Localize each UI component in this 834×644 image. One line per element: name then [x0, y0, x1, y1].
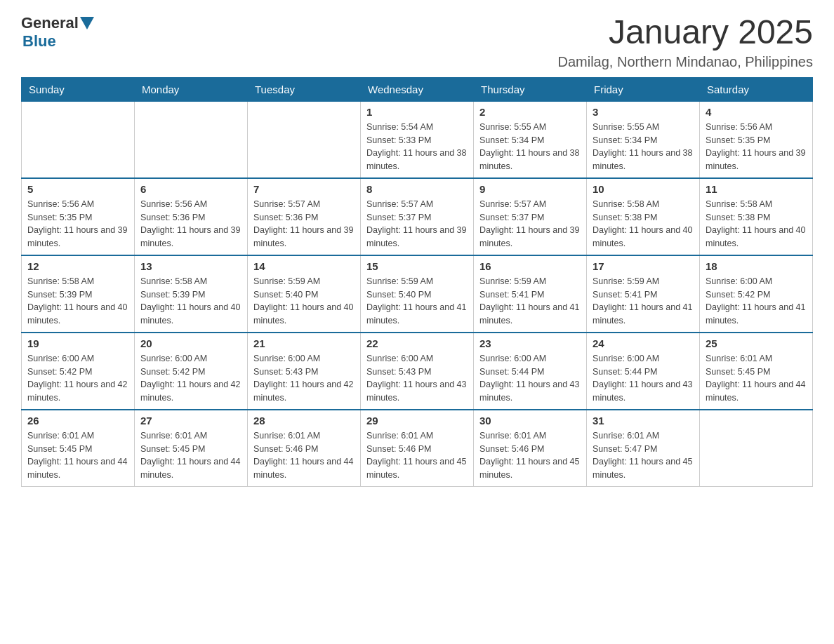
calendar-week-row: 1Sunrise: 5:54 AMSunset: 5:33 PMDaylight…	[22, 101, 813, 178]
day-info: Sunrise: 6:01 AMSunset: 5:46 PMDaylight:…	[479, 429, 581, 482]
day-info: Sunrise: 5:55 AMSunset: 5:34 PMDaylight:…	[593, 121, 694, 173]
calendar-day-3: 3Sunrise: 5:55 AMSunset: 5:34 PMDaylight…	[587, 101, 700, 178]
calendar-day-30: 30Sunrise: 6:01 AMSunset: 5:46 PMDayligh…	[474, 410, 587, 487]
day-number: 19	[27, 337, 128, 349]
calendar-table: SundayMondayTuesdayWednesdayThursdayFrid…	[21, 77, 813, 487]
empty-day-cell	[135, 101, 248, 178]
calendar-day-31: 31Sunrise: 6:01 AMSunset: 5:47 PMDayligh…	[587, 410, 700, 487]
day-info: Sunrise: 6:00 AMSunset: 5:43 PMDaylight:…	[253, 352, 355, 405]
day-info: Sunrise: 5:59 AMSunset: 5:41 PMDaylight:…	[479, 275, 581, 328]
day-info: Sunrise: 5:56 AMSunset: 5:36 PMDaylight:…	[140, 198, 241, 250]
empty-day-cell	[700, 410, 813, 487]
title-block: January 2025 Damilag, Northern Mindanao,…	[557, 14, 813, 70]
calendar-day-25: 25Sunrise: 6:01 AMSunset: 5:45 PMDayligh…	[700, 333, 813, 410]
day-number: 29	[366, 415, 468, 427]
header-saturday: Saturday	[700, 77, 813, 101]
day-number: 25	[706, 337, 807, 349]
empty-day-cell	[22, 101, 135, 178]
day-info: Sunrise: 6:01 AMSunset: 5:46 PMDaylight:…	[366, 429, 468, 482]
day-number: 2	[479, 106, 581, 118]
day-number: 30	[479, 415, 581, 427]
day-number: 21	[253, 337, 355, 349]
day-info: Sunrise: 6:00 AMSunset: 5:42 PMDaylight:…	[27, 352, 128, 405]
calendar-day-9: 9Sunrise: 5:57 AMSunset: 5:37 PMDaylight…	[474, 178, 587, 255]
calendar-week-row: 26Sunrise: 6:01 AMSunset: 5:45 PMDayligh…	[22, 410, 813, 487]
calendar-day-17: 17Sunrise: 5:59 AMSunset: 5:41 PMDayligh…	[587, 255, 700, 333]
calendar-day-1: 1Sunrise: 5:54 AMSunset: 5:33 PMDaylight…	[361, 101, 474, 178]
day-number: 24	[593, 337, 694, 349]
calendar-day-6: 6Sunrise: 5:56 AMSunset: 5:36 PMDaylight…	[135, 178, 248, 255]
calendar-day-12: 12Sunrise: 5:58 AMSunset: 5:39 PMDayligh…	[22, 255, 135, 333]
day-number: 7	[253, 183, 355, 195]
calendar-day-13: 13Sunrise: 5:58 AMSunset: 5:39 PMDayligh…	[135, 255, 248, 333]
day-info: Sunrise: 5:55 AMSunset: 5:34 PMDaylight:…	[479, 121, 581, 173]
day-number: 4	[706, 106, 807, 118]
calendar-day-11: 11Sunrise: 5:58 AMSunset: 5:38 PMDayligh…	[700, 178, 813, 255]
month-title: January 2025	[557, 14, 813, 51]
day-number: 10	[593, 183, 694, 195]
day-info: Sunrise: 6:01 AMSunset: 5:45 PMDaylight:…	[27, 429, 128, 482]
calendar-week-row: 19Sunrise: 6:00 AMSunset: 5:42 PMDayligh…	[22, 333, 813, 410]
calendar-day-21: 21Sunrise: 6:00 AMSunset: 5:43 PMDayligh…	[248, 333, 361, 410]
day-info: Sunrise: 5:59 AMSunset: 5:40 PMDaylight:…	[253, 275, 355, 328]
day-number: 9	[479, 183, 581, 195]
day-info: Sunrise: 6:01 AMSunset: 5:46 PMDaylight:…	[253, 429, 355, 482]
calendar-day-5: 5Sunrise: 5:56 AMSunset: 5:35 PMDaylight…	[22, 178, 135, 255]
calendar-day-15: 15Sunrise: 5:59 AMSunset: 5:40 PMDayligh…	[361, 255, 474, 333]
calendar-day-29: 29Sunrise: 6:01 AMSunset: 5:46 PMDayligh…	[361, 410, 474, 487]
header-sunday: Sunday	[22, 77, 135, 101]
day-number: 5	[27, 183, 128, 195]
calendar-header-row: SundayMondayTuesdayWednesdayThursdayFrid…	[22, 77, 813, 101]
calendar-day-26: 26Sunrise: 6:01 AMSunset: 5:45 PMDayligh…	[22, 410, 135, 487]
calendar-week-row: 5Sunrise: 5:56 AMSunset: 5:35 PMDaylight…	[22, 178, 813, 255]
calendar-day-4: 4Sunrise: 5:56 AMSunset: 5:35 PMDaylight…	[700, 101, 813, 178]
svg-marker-0	[80, 17, 94, 29]
day-info: Sunrise: 5:56 AMSunset: 5:35 PMDaylight:…	[706, 121, 807, 173]
day-info: Sunrise: 5:56 AMSunset: 5:35 PMDaylight:…	[27, 198, 128, 250]
logo-triangle-icon	[80, 17, 94, 31]
day-info: Sunrise: 5:57 AMSunset: 5:37 PMDaylight:…	[366, 198, 468, 250]
header-monday: Monday	[135, 77, 248, 101]
day-info: Sunrise: 5:58 AMSunset: 5:38 PMDaylight:…	[706, 198, 807, 250]
day-number: 17	[593, 260, 694, 272]
day-info: Sunrise: 6:00 AMSunset: 5:44 PMDaylight:…	[479, 352, 581, 405]
calendar-day-7: 7Sunrise: 5:57 AMSunset: 5:36 PMDaylight…	[248, 178, 361, 255]
day-number: 14	[253, 260, 355, 272]
day-info: Sunrise: 6:00 AMSunset: 5:43 PMDaylight:…	[366, 352, 468, 405]
day-info: Sunrise: 6:00 AMSunset: 5:42 PMDaylight:…	[140, 352, 241, 405]
day-number: 22	[366, 337, 468, 349]
day-info: Sunrise: 6:00 AMSunset: 5:42 PMDaylight:…	[706, 275, 807, 328]
day-info: Sunrise: 6:01 AMSunset: 5:47 PMDaylight:…	[593, 429, 694, 482]
calendar-day-24: 24Sunrise: 6:00 AMSunset: 5:44 PMDayligh…	[587, 333, 700, 410]
day-info: Sunrise: 6:01 AMSunset: 5:45 PMDaylight:…	[140, 429, 241, 482]
calendar-day-27: 27Sunrise: 6:01 AMSunset: 5:45 PMDayligh…	[135, 410, 248, 487]
empty-day-cell	[248, 101, 361, 178]
day-info: Sunrise: 5:59 AMSunset: 5:41 PMDaylight:…	[593, 275, 694, 328]
day-info: Sunrise: 5:57 AMSunset: 5:36 PMDaylight:…	[253, 198, 355, 250]
day-number: 26	[27, 415, 128, 427]
header-tuesday: Tuesday	[248, 77, 361, 101]
page-header: General Blue January 2025 Damilag, North…	[21, 14, 813, 70]
day-number: 15	[366, 260, 468, 272]
calendar-day-10: 10Sunrise: 5:58 AMSunset: 5:38 PMDayligh…	[587, 178, 700, 255]
calendar-day-16: 16Sunrise: 5:59 AMSunset: 5:41 PMDayligh…	[474, 255, 587, 333]
day-number: 20	[140, 337, 241, 349]
day-info: Sunrise: 5:57 AMSunset: 5:37 PMDaylight:…	[479, 198, 581, 250]
day-number: 31	[593, 415, 694, 427]
header-friday: Friday	[587, 77, 700, 101]
day-number: 18	[706, 260, 807, 272]
calendar-day-18: 18Sunrise: 6:00 AMSunset: 5:42 PMDayligh…	[700, 255, 813, 333]
day-info: Sunrise: 5:58 AMSunset: 5:39 PMDaylight:…	[140, 275, 241, 328]
day-number: 27	[140, 415, 241, 427]
header-wednesday: Wednesday	[361, 77, 474, 101]
calendar-day-8: 8Sunrise: 5:57 AMSunset: 5:37 PMDaylight…	[361, 178, 474, 255]
day-number: 28	[253, 415, 355, 427]
day-number: 12	[27, 260, 128, 272]
calendar-day-19: 19Sunrise: 6:00 AMSunset: 5:42 PMDayligh…	[22, 333, 135, 410]
day-number: 1	[366, 106, 468, 118]
logo-blue-text: Blue	[22, 32, 56, 51]
day-number: 13	[140, 260, 241, 272]
day-number: 6	[140, 183, 241, 195]
calendar-day-20: 20Sunrise: 6:00 AMSunset: 5:42 PMDayligh…	[135, 333, 248, 410]
logo-general-text: General	[21, 14, 79, 32]
